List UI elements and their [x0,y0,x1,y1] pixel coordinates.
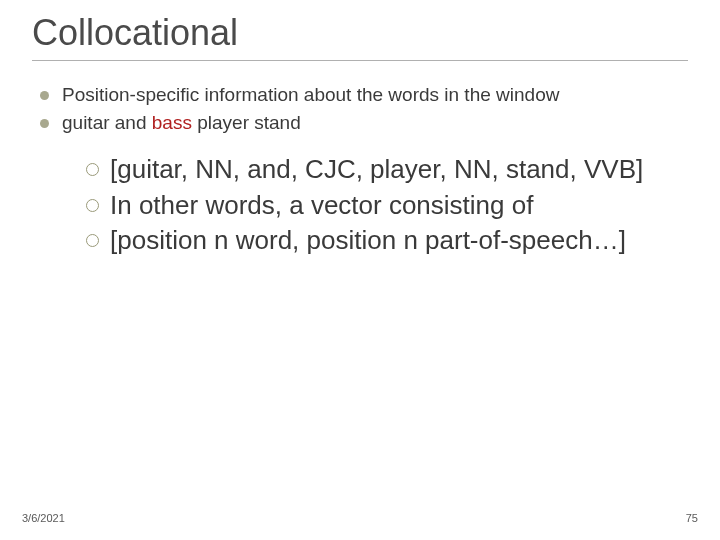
sub-bullet-text: In other words, a vector consisting of [110,190,533,220]
bullet-text-post: player stand [192,112,301,133]
sub-bullet-text: [guitar, NN, and, CJC, player, NN, stand… [110,154,643,184]
list-item: [position n word, position n part-of-spe… [86,224,688,257]
bullet-text-highlight: bass [152,112,192,133]
footer-date: 3/6/2021 [22,512,65,524]
footer-page-number: 75 [686,512,698,524]
slide-title: Collocational [32,12,688,54]
sub-bullet-text: [position n word, position n part-of-spe… [110,225,626,255]
list-item: Position-specific information about the … [40,83,688,108]
bullet-list-level1: Position-specific information about the … [40,83,688,135]
bullet-list-level2: [guitar, NN, and, CJC, player, NN, stand… [86,153,688,257]
bullet-text-pre: guitar and [62,112,152,133]
list-item: [guitar, NN, and, CJC, player, NN, stand… [86,153,688,186]
bullet-text: Position-specific information about the … [62,84,559,105]
list-item: guitar and bass player stand [40,111,688,136]
title-divider [32,60,688,61]
list-item: In other words, a vector consisting of [86,189,688,222]
